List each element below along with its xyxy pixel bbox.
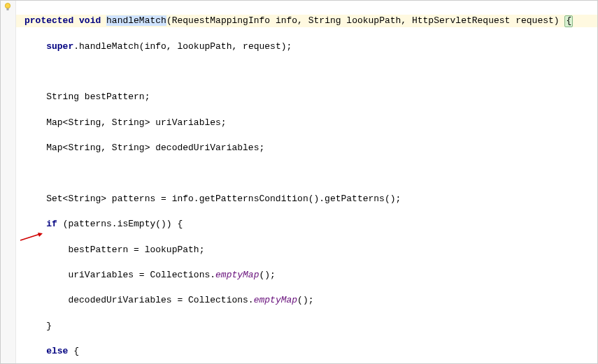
editor-gutter [1, 1, 16, 363]
method-name-selected[interactable]: handleMatch [106, 15, 166, 26]
code-text: .handleMatch(info, lookupPath, request); [73, 41, 292, 52]
keyword: protected [24, 15, 73, 26]
keyword: super [46, 41, 73, 52]
code-line[interactable]: else { [16, 345, 597, 358]
code-text: (patterns.isEmpty()) { [57, 219, 183, 229]
code-line[interactable]: super.handleMatch(info, lookupPath, requ… [16, 41, 597, 53]
code-text: Map<String, String> decodedUriVariables; [46, 143, 264, 153]
code-line[interactable]: decodedUriVariables = Collections.emptyM… [16, 294, 597, 307]
code-line[interactable] [16, 66, 597, 78]
brace-open: { [564, 15, 573, 27]
code-line[interactable]: uriVariables = Collections.emptyMap(); [16, 269, 597, 282]
static-method: emptyMap [254, 295, 297, 305]
static-method: emptyMap [215, 270, 259, 280]
keyword: if [46, 219, 57, 229]
code-line[interactable]: protected void handleMatch(RequestMappin… [16, 15, 597, 27]
code-text: uriVariables = Collections. [68, 270, 215, 280]
code-text: decodedUriVariables = Collections. [68, 295, 253, 305]
keyword: else [46, 346, 68, 356]
code-text: bestPattern = lookupPath; [68, 245, 204, 255]
code-line[interactable]: Map<String, String> uriVariables; [16, 117, 597, 129]
code-text: String bestPattern; [46, 92, 150, 102]
code-line[interactable]: Set<String> patterns = info.getPatternsC… [16, 193, 597, 205]
code-line[interactable]: Map<String, String> decodedUriVariables; [16, 142, 597, 154]
code-text: { [68, 346, 79, 356]
code-text: (); [259, 270, 275, 280]
keyword: void [79, 15, 101, 26]
svg-point-0 [5, 3, 10, 8]
svg-rect-1 [6, 8, 8, 10]
code-line[interactable]: if (patterns.isEmpty()) { [16, 218, 597, 231]
code-text: (); [297, 295, 313, 305]
lightbulb-icon[interactable] [3, 2, 13, 12]
code-line[interactable]: bestPattern = lookupPath; [16, 244, 597, 256]
code-text: Set<String> patterns = info.getPatternsC… [46, 194, 401, 204]
code-editor[interactable]: protected void handleMatch(RequestMappin… [16, 1, 597, 364]
code-text: Map<String, String> uriVariables; [46, 117, 226, 128]
code-text: } [46, 321, 52, 331]
params: (RequestMappingInfo info, String lookupP… [166, 15, 565, 26]
code-line[interactable]: String bestPattern; [16, 91, 597, 103]
code-line[interactable]: } [16, 320, 597, 333]
code-line[interactable] [16, 167, 597, 180]
